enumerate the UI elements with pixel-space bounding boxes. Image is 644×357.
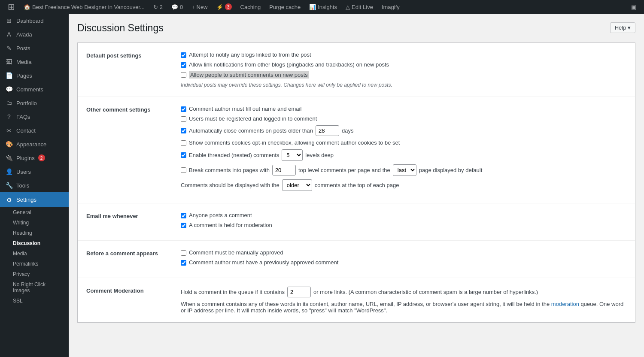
sidebar-item-label: Appearance [16, 141, 46, 148]
submenu-item-general[interactable]: General [0, 207, 69, 218]
comments-item[interactable]: 💬 0 [167, 0, 187, 14]
email-me-content: Anyone posts a comment A comment is held… [181, 212, 626, 232]
moderation-queue-link[interactable]: moderation [551, 301, 579, 307]
manual-approve-checkbox[interactable] [181, 250, 186, 256]
threaded-comments-row: Enable threaded (nested) comments 234567… [181, 149, 626, 161]
plugin-icon: ⚡ [216, 4, 223, 10]
notify-blogs-checkbox[interactable] [181, 52, 186, 58]
updates-item[interactable]: ↻ 2 [149, 0, 167, 14]
sidebar-item-tools[interactable]: 🔧 Tools [0, 178, 69, 192]
purge-cache-item[interactable]: Purge cache [265, 0, 305, 14]
sidebar-item-faqs[interactable]: ? FAQs [0, 110, 69, 124]
sidebar-item-label: Settings [16, 197, 36, 203]
home-icon: 🏠 [24, 4, 30, 10]
plugin-item[interactable]: ⚡ 3 [212, 0, 236, 14]
sidebar-item-settings[interactable]: ⚙ Settings ◀ [0, 192, 69, 207]
thread-depth-select[interactable]: 2345678910 [282, 149, 303, 161]
threaded-after: levels deep [305, 152, 334, 158]
comment-order-select[interactable]: oldernewer [282, 179, 312, 191]
before-appears-section: Before a comment appears Comment must be… [78, 241, 635, 278]
author-info-label: Comment author must fill out name and em… [189, 106, 301, 112]
email-me-label: Email me whenever [86, 212, 181, 232]
help-button[interactable]: Help ▾ [610, 22, 635, 33]
comment-mod-content: Hold a comment in the queue if it contai… [181, 287, 626, 314]
insights-item[interactable]: 📊 Insights [305, 0, 341, 14]
tools-icon: 🔧 [5, 182, 13, 189]
submenu-item-writing[interactable]: Writing [0, 218, 69, 228]
updates-icon: ↻ [153, 4, 158, 10]
submenu-item-permalinks[interactable]: Permalinks [0, 259, 69, 269]
plugins-badge: 2 [38, 154, 45, 161]
insights-icon: 📊 [309, 4, 316, 10]
author-info-checkbox[interactable] [181, 106, 186, 112]
comments-sidebar-icon: 💬 [5, 86, 13, 93]
sidebar-item-label: Portfolio [16, 100, 37, 106]
cookies-checkbox[interactable] [181, 140, 186, 146]
break-pages-after: page displayed by default [419, 167, 482, 173]
submenu-item-no-right-click[interactable]: No Right Click Images [0, 279, 69, 296]
submenu-item-ssl[interactable]: SSL [0, 296, 69, 306]
display-order-after: comments at the top of each page [315, 182, 399, 188]
insights-label: Insights [318, 4, 337, 10]
page-comments-input[interactable] [272, 165, 296, 175]
sidebar-item-media[interactable]: 🖼 Media [0, 55, 69, 69]
updates-count: 2 [160, 4, 163, 10]
faqs-icon: ? [5, 113, 13, 120]
sidebar-item-label: Contact [16, 127, 36, 134]
mod-links-input[interactable] [287, 287, 311, 297]
sidebar-item-posts[interactable]: ✎ Posts [0, 41, 69, 55]
mod-body-text: When a comment contains any of these wor… [181, 301, 626, 314]
anyone-posts-checkbox[interactable] [181, 213, 186, 218]
sidebar-item-dashboard[interactable]: ⊞ Dashboard [0, 14, 69, 27]
sidebar-item-users[interactable]: 👤 Users [0, 165, 69, 178]
sidebar-item-appearance[interactable]: 🎨 Appearance [0, 137, 69, 151]
threaded-checkbox[interactable] [181, 152, 186, 158]
site-name-item[interactable]: 🏠 Best Freelance Web Designer in Vancouv… [19, 0, 149, 14]
sidebar-item-contact[interactable]: ✉ Contact [0, 124, 69, 137]
submenu-item-media[interactable]: Media [0, 248, 69, 259]
default-page-select[interactable]: firstlast [393, 164, 416, 176]
sidebar: ⊞ Dashboard A Avada ✎ Posts 🖼 Media 📄 Pa… [0, 14, 69, 357]
edit-live-item[interactable]: △ Edit Live [341, 0, 377, 14]
registered-only-checkbox[interactable] [181, 116, 186, 122]
screen-options-item[interactable]: ▣ [627, 0, 641, 14]
sidebar-item-avada[interactable]: A Avada [0, 27, 69, 41]
submenu-item-privacy[interactable]: Privacy [0, 269, 69, 279]
dashboard-icon: ⊞ [5, 17, 13, 24]
sidebar-item-label: Users [16, 169, 31, 175]
held-moderation-label: A comment is held for moderation [189, 222, 272, 228]
main-content: Help ▾ Discussion Settings Default post … [69, 14, 644, 357]
new-item[interactable]: + New [187, 0, 212, 14]
default-post-content: Attempt to notify any blogs linked to fr… [181, 51, 626, 88]
users-icon: 👤 [5, 168, 13, 175]
contact-icon: ✉ [5, 127, 13, 134]
prev-approved-checkbox[interactable] [181, 260, 186, 266]
before-appears-label: Before a comment appears [86, 249, 181, 269]
other-comment-label: Other comment settings [86, 106, 181, 194]
mod-links-after: or more links. (A common characteristic … [313, 289, 538, 295]
allow-pingbacks-checkbox[interactable] [181, 62, 186, 68]
imagify-item[interactable]: Imagify [377, 0, 404, 14]
anyone-posts-label: Anyone posts a comment [189, 212, 252, 218]
sidebar-item-portfolio[interactable]: 🗂 Portfolio [0, 96, 69, 110]
other-comment-settings-section: Other comment settings Comment author mu… [78, 97, 635, 203]
sidebar-item-label: Posts [16, 45, 30, 51]
wp-logo-icon[interactable]: ⊞ [3, 2, 19, 12]
allow-comments-checkbox[interactable] [181, 72, 186, 78]
close-days-input[interactable] [316, 125, 339, 136]
sidebar-item-label: Plugins [16, 155, 35, 161]
allow-pingbacks-row: Allow link notifications from other blog… [181, 61, 626, 68]
submenu-item-reading[interactable]: Reading [0, 228, 69, 238]
close-comments-checkbox[interactable] [181, 128, 186, 133]
submenu-item-discussion[interactable]: Discussion [0, 238, 69, 248]
held-moderation-checkbox[interactable] [181, 223, 186, 228]
break-pages-checkbox[interactable] [181, 167, 186, 173]
sidebar-item-plugins[interactable]: 🔌 Plugins 2 [0, 151, 69, 165]
display-order-row: Comments should be displayed with the ol… [181, 179, 626, 191]
caching-item[interactable]: Caching [236, 0, 265, 14]
email-me-section: Email me whenever Anyone posts a comment… [78, 203, 635, 241]
sidebar-item-pages[interactable]: 📄 Pages [0, 69, 69, 82]
sidebar-item-comments[interactable]: 💬 Comments [0, 82, 69, 96]
page-title: Discussion Settings [77, 22, 635, 34]
close-comments-after: days [342, 127, 353, 134]
